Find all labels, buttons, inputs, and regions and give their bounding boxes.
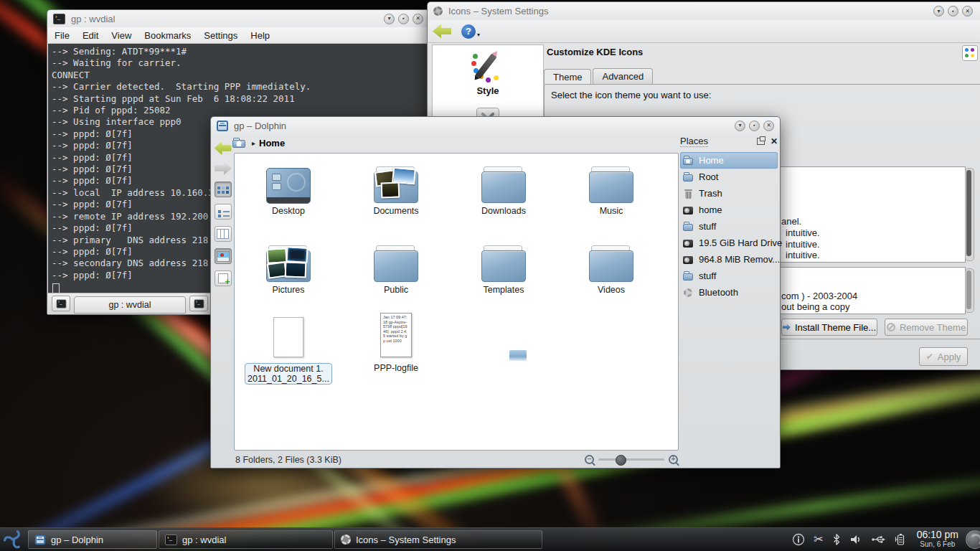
maximize-button[interactable]: ▪ xyxy=(749,121,760,131)
file-item-templates[interactable]: Templates xyxy=(457,238,550,295)
places-item-bluetooth[interactable]: Bluetooth xyxy=(680,284,778,301)
file-view[interactable]: Desktop Documents Downloads Music xyxy=(234,153,679,451)
battery-icon[interactable] xyxy=(895,533,905,546)
digital-clock[interactable]: 06:10 pm Sun, 6 Feb xyxy=(917,530,958,549)
theme-list-scrollbar[interactable] xyxy=(965,168,974,261)
menu-settings[interactable]: Settings xyxy=(197,30,244,41)
icon-size-widget[interactable] xyxy=(962,45,978,61)
back-icon[interactable] xyxy=(433,24,451,39)
close-button[interactable]: ✕ xyxy=(413,14,423,24)
menu-edit[interactable]: Edit xyxy=(76,30,105,41)
drive-icon xyxy=(682,237,694,249)
selected-file-label: New document 1.2011_01_20_16_5... xyxy=(245,363,332,385)
file-item-music[interactable]: Music xyxy=(565,159,658,216)
window-title: gp : wvdial xyxy=(71,14,115,24)
konsole-titlebar[interactable]: gp : wvdial ▾ ▪ ✕ xyxy=(47,10,429,27)
menu-file[interactable]: File xyxy=(48,30,76,41)
minimize-button[interactable]: ▾ xyxy=(384,14,395,24)
zoom-out-icon[interactable]: – xyxy=(585,455,594,464)
places-item-home-partition[interactable]: home xyxy=(680,202,778,218)
breadcrumb-home[interactable]: Home xyxy=(259,138,285,149)
file-item-downloads[interactable]: Downloads xyxy=(457,159,550,216)
places-item-stuff[interactable]: stuff xyxy=(680,218,778,235)
details-view-button[interactable] xyxy=(215,204,232,220)
folder-icon xyxy=(682,171,694,183)
window-title: gp – Dolphin xyxy=(234,121,286,131)
taskbar-task-konsole[interactable]: gp : wvdial xyxy=(159,530,333,549)
menu-view[interactable]: View xyxy=(105,30,138,41)
maximize-button[interactable]: ▪ xyxy=(948,6,958,17)
tab-theme[interactable]: Theme xyxy=(544,69,591,85)
folder-icon xyxy=(682,270,694,282)
zoom-slider[interactable] xyxy=(598,458,664,461)
tab-advanced[interactable]: Advanced xyxy=(593,68,653,84)
notifications-info-icon[interactable] xyxy=(792,533,805,546)
icons-view-button[interactable] xyxy=(215,182,232,197)
menu-bookmarks[interactable]: Bookmarks xyxy=(138,30,197,41)
places-item-root[interactable]: Root xyxy=(680,169,778,185)
folder-icon xyxy=(589,245,633,283)
help-icon[interactable]: ? xyxy=(461,24,476,39)
undock-icon[interactable] xyxy=(757,138,765,145)
window-title: Icons – System Settings xyxy=(448,6,548,17)
install-theme-button[interactable]: Install Theme File... xyxy=(781,319,877,336)
columns-view-button[interactable] xyxy=(215,226,232,242)
document-icon xyxy=(273,317,303,357)
places-item-home[interactable]: Home xyxy=(680,152,778,169)
remove-theme-label: Remove Theme xyxy=(900,322,966,333)
description-scrollbar[interactable] xyxy=(965,268,974,313)
file-item-ppp-logfile[interactable]: Jan 17 09:47:18 gp-Aspire-5738 pppd[1946… xyxy=(349,310,443,373)
minimize-button[interactable]: ▾ xyxy=(735,121,745,131)
volume-icon[interactable] xyxy=(849,534,862,545)
dolphin-titlebar[interactable]: gp – Dolphin ▾ ▪ ✕ xyxy=(211,117,780,134)
minimize-button[interactable]: ▾ xyxy=(933,6,944,17)
places-item-stuff2[interactable]: stuff xyxy=(680,268,778,284)
remove-theme-button[interactable]: Remove Theme xyxy=(885,319,968,336)
taskbar-task-system-settings[interactable]: Icons – System Settings xyxy=(334,530,542,549)
zoom-in-icon[interactable]: + xyxy=(669,455,678,464)
apply-button[interactable]: ✔ Apply xyxy=(919,347,968,366)
style-icon xyxy=(471,51,504,83)
apply-check-icon: ✔ xyxy=(926,352,933,362)
file-item-desktop[interactable]: Desktop xyxy=(242,159,335,216)
tab-list-button[interactable] xyxy=(189,296,208,311)
system-settings-titlebar[interactable]: Icons – System Settings ▾ ▪ ✕ xyxy=(428,2,980,19)
taskbar-task-dolphin[interactable]: gp – Dolphin xyxy=(28,530,157,549)
forward-icon[interactable] xyxy=(215,161,232,175)
file-item-pictures[interactable]: Pictures xyxy=(242,238,335,295)
close-panel-icon[interactable]: ✕ xyxy=(771,136,778,146)
places-item-trash[interactable]: Trash xyxy=(680,185,778,202)
sidebar-item-style[interactable]: Style xyxy=(433,51,543,96)
maximize-button[interactable]: ▪ xyxy=(398,14,409,24)
close-button[interactable]: ✕ xyxy=(962,6,973,17)
close-button[interactable]: ✕ xyxy=(763,121,774,131)
places-header-label: Places xyxy=(680,136,708,147)
places-item-hard-drive[interactable]: 19.5 GiB Hard Drive xyxy=(680,235,778,251)
page-title: Customize KDE Icons xyxy=(547,47,643,57)
scrollbar-thumb[interactable] xyxy=(966,170,971,256)
pictures-folder-icon xyxy=(266,245,311,283)
places-item-removable[interactable]: 964.8 MiB Remov... xyxy=(680,251,778,268)
preview-button[interactable] xyxy=(215,248,232,264)
details-view-icon xyxy=(218,210,221,213)
menu-help[interactable]: Help xyxy=(244,30,276,41)
konsole-tab[interactable]: gp : wvdial xyxy=(74,296,186,314)
back-icon[interactable] xyxy=(215,141,232,155)
file-item-documents[interactable]: Documents xyxy=(349,159,443,216)
home-folder-icon[interactable] xyxy=(232,138,245,148)
panel-toolbox-cashew-icon[interactable] xyxy=(966,530,980,549)
file-item-videos[interactable]: Videos xyxy=(565,238,658,295)
bluetooth-icon[interactable] xyxy=(832,533,841,546)
scrollbar-thumb[interactable] xyxy=(966,270,971,309)
install-icon xyxy=(783,324,791,331)
file-item-public[interactable]: Public xyxy=(349,238,443,295)
app-launcher-button[interactable] xyxy=(0,529,27,550)
device-notifier-usb-icon[interactable] xyxy=(871,534,886,545)
zoom-slider-handle[interactable] xyxy=(616,455,626,466)
file-item-new-document[interactable]: New document 1.2011_01_20_16_5... xyxy=(242,310,335,385)
klipper-scissors-icon[interactable]: ✂ xyxy=(814,534,823,545)
preview-icon xyxy=(217,251,230,262)
help-dropdown-caret[interactable]: ▾ xyxy=(477,32,480,38)
new-tab-button[interactable] xyxy=(52,296,70,311)
split-view-button[interactable] xyxy=(215,270,232,286)
